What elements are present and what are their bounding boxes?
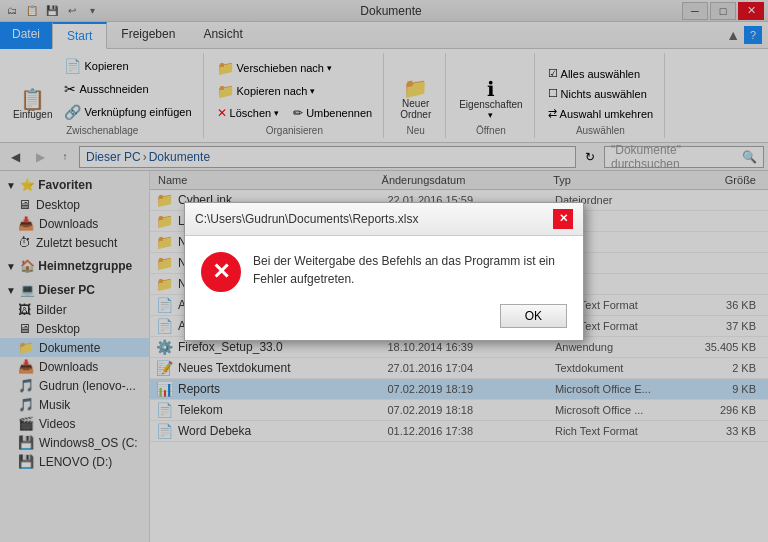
dialog-title-bar: C:\Users\Gudrun\Documents\Reports.xlsx ✕ bbox=[185, 203, 583, 236]
error-icon: ✕ bbox=[201, 252, 241, 292]
dialog-ok-button[interactable]: OK bbox=[500, 304, 567, 328]
dialog-overlay: C:\Users\Gudrun\Documents\Reports.xlsx ✕… bbox=[0, 0, 768, 542]
dialog-message: Bei der Weitergabe des Befehls an das Pr… bbox=[253, 252, 567, 288]
error-dialog: C:\Users\Gudrun\Documents\Reports.xlsx ✕… bbox=[184, 202, 584, 341]
dialog-close-button[interactable]: ✕ bbox=[553, 209, 573, 229]
dialog-title: C:\Users\Gudrun\Documents\Reports.xlsx bbox=[195, 212, 418, 226]
dialog-footer: OK bbox=[185, 304, 583, 340]
dialog-body: ✕ Bei der Weitergabe des Befehls an das … bbox=[185, 236, 583, 304]
